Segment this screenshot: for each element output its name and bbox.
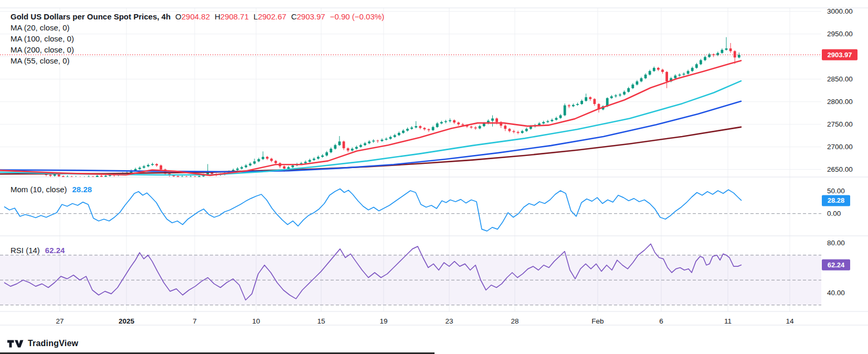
- legend-ma-200-label: MA (200, close, 0): [10, 45, 74, 54]
- change-value: −0.90 (−0.03%): [330, 12, 384, 21]
- open-value: 2904.82: [182, 12, 210, 21]
- rsi-value: 62.24: [45, 246, 65, 255]
- tradingview-attribution[interactable]: TradingView: [7, 339, 78, 348]
- rsi-label: RSI (14): [10, 246, 40, 255]
- low-value: 2902.67: [258, 12, 286, 21]
- open-label: O: [175, 12, 182, 21]
- rsi-legend[interactable]: RSI (14)62.24: [10, 245, 65, 256]
- legend-ma-100-label: MA (100, close, 0): [10, 34, 74, 43]
- symbol-title: Gold US Dollars per Ounce Spot Prices, 4…: [10, 12, 171, 21]
- chart-canvas[interactable]: 3000.002950.002850.002800.002750.002700.…: [0, 0, 868, 354]
- legend-ma-55[interactable]: MA (55, close, 0): [10, 55, 70, 66]
- close-value: 2903.97: [297, 12, 325, 21]
- trading-chart-window: 3000.002950.002850.002800.002750.002700.…: [0, 0, 868, 354]
- mom-legend[interactable]: Mom (10, close)28.28: [10, 184, 92, 195]
- close-label: C: [291, 12, 297, 21]
- price-axis[interactable]: [821, 8, 868, 311]
- high-value: 2908.71: [220, 12, 249, 21]
- time-axis[interactable]: [0, 311, 821, 325]
- legend-ma-55-label: MA (55, close, 0): [10, 56, 70, 65]
- mom-value: 28.28: [72, 185, 92, 194]
- legend-ma-100[interactable]: MA (100, close, 0): [10, 33, 74, 44]
- high-label: H: [215, 12, 220, 21]
- tradingview-logo-icon: [7, 339, 24, 348]
- tradingview-brand-text: TradingView: [28, 339, 78, 348]
- main-legend[interactable]: Gold US Dollars per Ounce Spot Prices, 4…: [10, 11, 384, 22]
- legend-ma-200[interactable]: MA (200, close, 0): [10, 44, 74, 55]
- legend-ma-20-label: MA (20, close, 0): [10, 23, 70, 32]
- legend-ma-20[interactable]: MA (20, close, 0): [10, 22, 70, 33]
- mom-label: Mom (10, close): [10, 185, 67, 194]
